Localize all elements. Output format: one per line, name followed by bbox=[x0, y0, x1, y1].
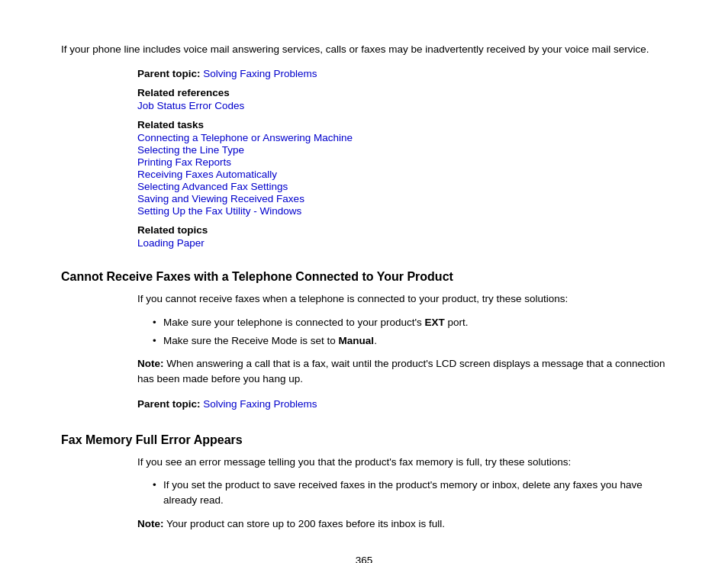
section1-note-label: Note: bbox=[137, 358, 164, 369]
list-item: Make sure the Receive Mode is set to Man… bbox=[153, 333, 667, 349]
list-item: Saving and Viewing Received Faxes bbox=[137, 193, 667, 204]
parent-topic-1-label: Parent topic: bbox=[137, 68, 201, 79]
list-item: Selecting Advanced Fax Settings bbox=[137, 181, 667, 192]
section1-heading: Cannot Receive Faxes with a Telephone Co… bbox=[61, 270, 667, 284]
page-container: If your phone line includes voice mail a… bbox=[0, 0, 728, 563]
related-tasks-list: Connecting a Telephone or Answering Mach… bbox=[137, 132, 667, 217]
selecting-line-type-link[interactable]: Selecting the Line Type bbox=[137, 144, 244, 156]
printing-fax-reports-link[interactable]: Printing Fax Reports bbox=[137, 156, 231, 168]
section2-note-text: Your product can store up to 200 faxes b… bbox=[164, 518, 445, 529]
bullet-suffix-1: port. bbox=[445, 317, 469, 328]
related-topics-list: Loading Paper bbox=[137, 237, 667, 249]
bullet-text-1: Make sure your telephone is connected to… bbox=[163, 317, 425, 328]
section1-parent-label: Parent topic: bbox=[137, 398, 201, 410]
section1-parent-topic: Parent topic: Solving Faxing Problems bbox=[137, 397, 667, 412]
section2-note: Note: Your product can store up to 200 f… bbox=[137, 516, 667, 532]
bullet-bold-1: EXT bbox=[425, 317, 445, 328]
list-item: Make sure your telephone is connected to… bbox=[153, 315, 667, 330]
page-number: 365 bbox=[61, 555, 667, 563]
connecting-telephone-link[interactable]: Connecting a Telephone or Answering Mach… bbox=[137, 132, 353, 143]
section1-note: Note: When answering a call that is a fa… bbox=[137, 356, 667, 388]
parent-topic-1-link[interactable]: Solving Faxing Problems bbox=[203, 68, 317, 79]
related-references-list: Job Status Error Codes bbox=[137, 100, 667, 111]
section1-intro: If you cannot receive faxes when a telep… bbox=[137, 291, 667, 307]
section2-bullet-list: If you set the product to save received … bbox=[153, 478, 667, 509]
related-topics-label: Related topics bbox=[137, 224, 667, 236]
list-item: Loading Paper bbox=[137, 237, 667, 249]
bullet-bold-2: Manual bbox=[339, 335, 375, 346]
section1-bullet-list: Make sure your telephone is connected to… bbox=[153, 315, 667, 349]
list-item: Printing Fax Reports bbox=[137, 156, 667, 168]
parent-topic-1-block: Parent topic: Solving Faxing Problems Re… bbox=[137, 68, 667, 249]
related-tasks-label: Related tasks bbox=[137, 119, 667, 130]
bullet-suffix-2: . bbox=[374, 335, 377, 346]
saving-viewing-link[interactable]: Saving and Viewing Received Faxes bbox=[137, 193, 304, 204]
list-item: If you set the product to save received … bbox=[153, 478, 667, 509]
section2-bullet-text-1: If you set the product to save received … bbox=[163, 479, 643, 506]
intro-paragraph: If your phone line includes voice mail a… bbox=[61, 42, 667, 57]
setting-up-fax-utility-link[interactable]: Setting Up the Fax Utility - Windows bbox=[137, 205, 301, 217]
selecting-advanced-fax-link[interactable]: Selecting Advanced Fax Settings bbox=[137, 181, 288, 192]
list-item: Setting Up the Fax Utility - Windows bbox=[137, 205, 667, 217]
parent-topic-1-line: Parent topic: Solving Faxing Problems bbox=[137, 68, 667, 79]
job-status-link[interactable]: Job Status Error Codes bbox=[137, 100, 244, 111]
loading-paper-link[interactable]: Loading Paper bbox=[137, 237, 205, 249]
bullet-text-2: Make sure the Receive Mode is set to bbox=[163, 335, 339, 346]
section2-intro: If you see an error message telling you … bbox=[137, 455, 667, 470]
section2-heading: Fax Memory Full Error Appears bbox=[61, 433, 667, 447]
list-item: Receiving Faxes Automatically bbox=[137, 169, 667, 180]
related-references-label: Related references bbox=[137, 87, 667, 98]
list-item: Connecting a Telephone or Answering Mach… bbox=[137, 132, 667, 143]
list-item: Job Status Error Codes bbox=[137, 100, 667, 111]
section1-note-text: When answering a call that is a fax, wai… bbox=[137, 358, 665, 384]
list-item: Selecting the Line Type bbox=[137, 144, 667, 156]
section2-note-label: Note: bbox=[137, 518, 164, 529]
receiving-faxes-link[interactable]: Receiving Faxes Automatically bbox=[137, 169, 277, 180]
section1-parent-link[interactable]: Solving Faxing Problems bbox=[203, 398, 317, 410]
